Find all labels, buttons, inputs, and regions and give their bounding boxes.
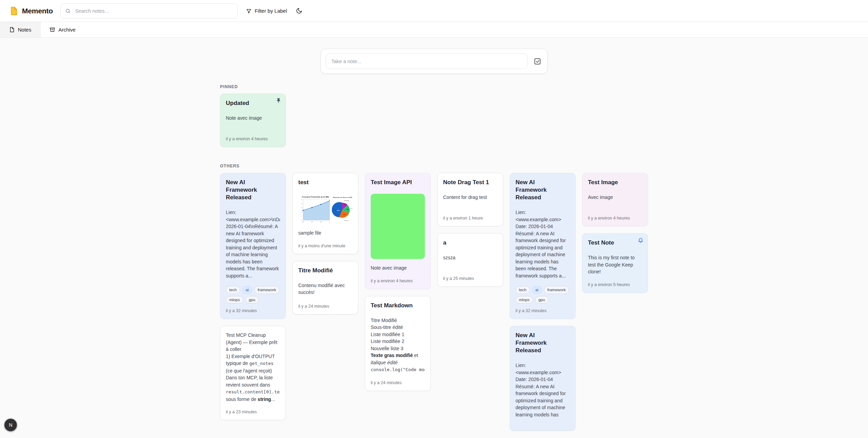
tab-notes[interactable]: Notes (0, 22, 40, 37)
pinned-grid: Updated Note avec image il y a environ 4… (220, 94, 648, 147)
archive-box-icon (49, 27, 55, 33)
area-chart-thumbnail[interactable]: Croissance Trimestrielle du CA (M€) 5 (298, 194, 330, 224)
note-card-mcp-cleanup[interactable]: Test MCP Cleanup (Agent) — Exemple prêt … (220, 326, 286, 420)
note-timestamp: il y a environ 4 heures (226, 137, 280, 141)
checkbox-icon (534, 58, 541, 65)
note-card-drag-test[interactable]: Note Drag Test 1 Content for drag test i… (437, 173, 503, 226)
search-input[interactable] (60, 3, 238, 19)
note-card-test-image-api[interactable]: Test Image API Note avec image il y a en… (365, 173, 431, 289)
note-title: test (298, 179, 352, 186)
app-header: Memento Filter by Label (0, 0, 868, 22)
note-title: Updated (226, 99, 280, 107)
svg-text:1: 1 (301, 215, 302, 217)
note-title: Test Image (588, 179, 642, 186)
note-body: Lien: <www.example.com>\nDate: 2026-01-0… (226, 209, 280, 279)
svg-text:12.5%: 12.5% (344, 204, 347, 205)
note-timestamp: il y a 23 minutes (226, 410, 280, 414)
note-card-test-image[interactable]: Test Image Avec image il y a environ 4 h… (582, 173, 648, 226)
svg-text:5: 5 (301, 199, 302, 200)
pie-chart-thumbnail[interactable]: Répartition des Revenus 2024 Consulting … (332, 194, 352, 224)
note-timestamp: il y a 25 minutes (443, 276, 497, 281)
svg-text:Q2: Q2 (311, 221, 313, 223)
note-title: New AI Framework Released (516, 332, 554, 354)
tag-tech[interactable]: tech (516, 286, 530, 294)
note-body: Note avec image (226, 115, 280, 122)
avatar-initial: N (9, 422, 12, 428)
filter-by-label-button[interactable]: Filter by Label (246, 8, 287, 14)
note-body: Avec image (588, 194, 642, 201)
note-body: Content for drag test (443, 194, 497, 201)
notes-file-icon (9, 27, 15, 33)
svg-text:Consulting: Consulting (344, 200, 349, 201)
svg-text:43.8%: 43.8% (337, 210, 340, 211)
svg-text:18.8%: 18.8% (346, 209, 349, 210)
reminder-bell-icon[interactable] (638, 237, 644, 243)
filter-funnel-icon (246, 8, 252, 14)
pinned-section-label: PINNED (220, 84, 648, 89)
tag-mlops[interactable]: mlops (516, 296, 533, 304)
svg-text:Produits: Produits (332, 210, 336, 211)
note-card-updated[interactable]: Updated Note avec image il y a environ 4… (220, 94, 286, 147)
tag-framework[interactable]: framework (254, 286, 280, 294)
dark-mode-toggle[interactable] (296, 8, 302, 14)
note-timestamp: il y a environ 1 heure (443, 216, 497, 221)
svg-text:Q1: Q1 (302, 221, 304, 223)
note-body: Note avec image (371, 264, 425, 272)
tag-ai[interactable]: ai (532, 286, 542, 294)
note-timestamp: il y a 24 minutes (298, 304, 352, 309)
note-card-test[interactable]: test Croissance Trimestrielle du CA (M€) (292, 173, 358, 254)
note-timestamp: il y a moins d'une minute (298, 244, 352, 248)
search-icon (65, 8, 71, 14)
note-timestamp: il y a 32 minutes (516, 308, 570, 313)
tag-tech[interactable]: tech (226, 286, 240, 294)
app-title: Memento (22, 7, 53, 15)
tag-list: tech ai framework mlops gpu (226, 286, 280, 304)
note-attachments: Croissance Trimestrielle du CA (M€) 5 (298, 194, 352, 224)
take-a-note-input[interactable] (326, 54, 528, 69)
note-timestamp: il y a environ 4 heures (371, 279, 425, 283)
note-card-new-ai-framework-1[interactable]: New AI Framework Released Lien: <www.exa… (220, 173, 286, 319)
svg-text:25.0%: 25.0% (343, 214, 346, 215)
others-section-label: OTHERS (220, 164, 648, 168)
notes-column-4: Note Drag Test 1 Content for drag test i… (437, 173, 503, 287)
tab-archive-label: Archive (58, 27, 76, 33)
svg-text:3: 3 (301, 207, 302, 209)
new-checklist-button[interactable] (532, 56, 543, 67)
note-card-test-note[interactable]: Test Note This is my first note to test … (582, 233, 648, 293)
tab-archive[interactable]: Archive (40, 22, 84, 37)
note-title: Test Markdown (371, 302, 425, 309)
note-timestamp: il y a 24 minutes (371, 380, 425, 385)
svg-text:Licences: Licences (350, 208, 352, 209)
svg-text:2: 2 (301, 211, 302, 213)
note-timestamp: il y a environ 5 heures (588, 282, 642, 287)
note-title: New AI Framework Released (516, 179, 554, 201)
svg-text:4: 4 (301, 203, 302, 204)
notes-column-6: Test Image Avec image il y a environ 4 h… (582, 173, 648, 293)
pin-icon[interactable] (276, 98, 281, 104)
note-body: This is my first note to test the Google… (588, 254, 642, 275)
tag-framework[interactable]: framework (544, 286, 569, 294)
note-body: Test MCP Cleanup (Agent) — Exemple prêt … (226, 332, 280, 403)
note-title: a (443, 239, 497, 247)
tag-ai[interactable]: ai (242, 286, 252, 294)
note-card-new-ai-framework-3[interactable]: New AI Framework Released Lien: <www.exa… (510, 326, 576, 431)
note-title: Test Image API (371, 179, 425, 186)
tag-gpu[interactable]: gpu (535, 296, 548, 304)
notes-column-3: Test Image API Note avec image il y a en… (365, 173, 431, 391)
svg-text:Services: Services (345, 220, 349, 221)
svg-text:Q3: Q3 (320, 221, 322, 223)
note-title: Note Drag Test 1 (443, 179, 497, 186)
tab-bar: Notes Archive (0, 22, 868, 38)
tag-gpu[interactable]: gpu (245, 296, 259, 304)
note-card-test-markdown[interactable]: Test Markdown Titre ModifiéSous-titre éd… (365, 296, 431, 391)
user-avatar[interactable]: N (4, 419, 17, 431)
svg-text:Croissance Trimestrielle du CA: Croissance Trimestrielle du CA (M€) (302, 196, 329, 198)
note-card-new-ai-framework-2[interactable]: New AI Framework Released Lien: <www.exa… (510, 173, 576, 319)
note-card-titre-modifie[interactable]: Titre Modifié Contenu modifié avec succè… (292, 261, 358, 315)
note-card-a[interactable]: a szsza il y a 25 minutes (437, 233, 503, 287)
note-image-green[interactable] (371, 194, 425, 259)
app-logo: Memento (9, 6, 53, 16)
tag-mlops[interactable]: mlops (226, 296, 243, 304)
others-grid: New AI Framework Released Lien: <www.exa… (220, 173, 648, 431)
note-body: Contenu modifié avec succès! (298, 282, 352, 296)
